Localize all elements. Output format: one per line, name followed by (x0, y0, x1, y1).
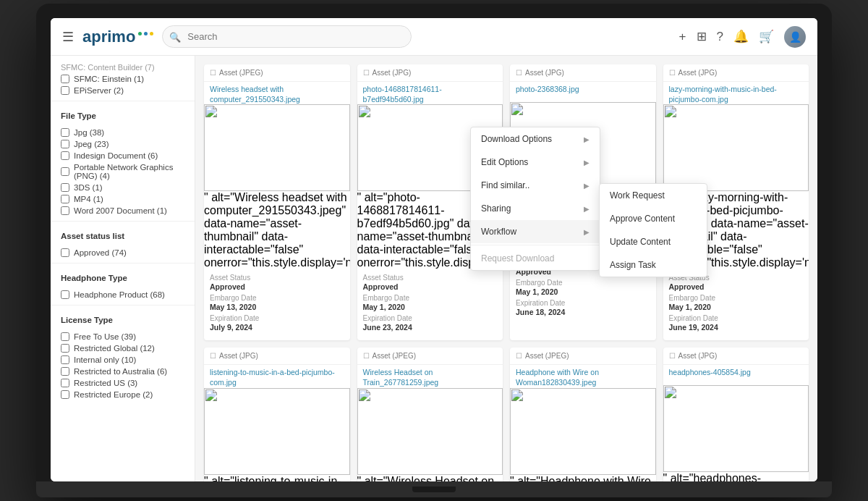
help-icon[interactable]: ? (717, 30, 723, 44)
asset-card-header: ☐ Asset (JPEG) (357, 348, 503, 365)
asset-filename[interactable]: headphones-405854.jpg (663, 365, 809, 385)
filter-item[interactable]: Restricted Europe (2) (51, 389, 195, 400)
asset-status-value: Approved (363, 282, 498, 291)
asset-type-icon: ☐ (669, 352, 676, 360)
filter-label: Jpg (38) (74, 128, 104, 137)
asset-filename[interactable]: photo-2368368.jpg (510, 82, 656, 102)
filter-item[interactable]: Indesign Document (6) (51, 150, 195, 161)
asset-card[interactable]: ☐ Asset (JPEG) Wireless Headset on Train… (357, 348, 503, 481)
asset-status-row: Asset Status Approved (363, 274, 498, 291)
asset-filename[interactable]: listening-to-music-in-a-bed-picjumbo-com… (204, 365, 350, 387)
embargo-row: Embargo Date May 13, 2020 (210, 294, 344, 311)
asset-type-icon: ☐ (516, 69, 522, 77)
filter-checkbox[interactable] (61, 290, 69, 299)
filter-item[interactable]: Free To Use (39) (51, 331, 195, 342)
filter-item[interactable]: Restricted US (3) (51, 377, 195, 389)
filter-item[interactable]: Jpg (38) (51, 127, 195, 138)
asset-meta: Asset Status Approved Embargo Date May 1… (663, 269, 809, 340)
filter-sfmc-einstein[interactable]: SFMC: Einstein (1) (51, 73, 195, 85)
asset-type-label: Asset (JPG) (678, 69, 718, 77)
filter-label: Restricted Global (12) (74, 344, 155, 353)
asset-card[interactable]: ☐ Asset (JPG) listening-to-music-in-a-be… (204, 348, 350, 481)
expiration-value: June 19, 2024 (669, 323, 804, 332)
filter-label: Free To Use (39) (74, 332, 136, 341)
filter-label: SFMC: Einstein (1) (74, 75, 144, 83)
filter-checkbox[interactable] (61, 195, 69, 203)
menu-item-workflow[interactable]: Workflow ▶ (471, 220, 600, 243)
asset-type-icon: ☐ (516, 352, 522, 360)
asset-filename[interactable]: Wireless Headset on Train_267781259.jpeg (357, 365, 503, 387)
sub-menu-item-update-content[interactable]: Update Content (600, 230, 707, 253)
license-type-section: License Type (51, 310, 195, 331)
sub-menu-item-assign-task[interactable]: Assign Task (600, 253, 707, 277)
filter-episerver[interactable]: EPiServer (2) (51, 85, 195, 96)
filter-checkbox[interactable] (61, 183, 69, 192)
filter-item[interactable]: Word 2007 Document (1) (51, 205, 195, 216)
menu-item-edit[interactable]: Edit Options ▶ (471, 151, 600, 174)
filter-checkbox[interactable] (61, 151, 69, 160)
filter-item[interactable]: Headphone Product (68) (51, 289, 195, 300)
hamburger-icon[interactable]: ☰ (62, 29, 74, 45)
add-icon[interactable]: + (679, 30, 686, 44)
headphone-type-title: Headphone Type (61, 274, 184, 282)
embargo-row: Embargo Date May 1, 2020 (669, 294, 804, 311)
filter-checkbox[interactable] (61, 206, 69, 215)
filter-item[interactable]: Internal only (10) (51, 354, 195, 366)
filter-item[interactable]: Restricted Global (12) (51, 342, 195, 354)
compare-icon[interactable]: ⊞ (697, 29, 707, 44)
filter-checkbox[interactable] (61, 367, 69, 376)
notifications-icon[interactable]: 🔔 (733, 29, 749, 44)
filter-checkbox[interactable] (61, 248, 69, 257)
expiration-label: Expiration Date (363, 314, 498, 322)
filter-item[interactable]: 3DS (1) (51, 182, 195, 193)
filter-item[interactable]: Jpeg (23) (51, 138, 195, 150)
filter-checkbox[interactable] (61, 379, 69, 387)
file-type-filters: Jpg (38)Jpeg (23)Indesign Document (6)Po… (51, 127, 195, 216)
filter-checkbox[interactable] (61, 167, 69, 176)
search-input[interactable] (162, 25, 412, 48)
filter-checkbox[interactable] (61, 355, 69, 364)
asset-card-header: ☐ Asset (JPG) (663, 64, 809, 82)
asset-filename[interactable]: Wireless headset with computer_291550343… (204, 82, 350, 104)
filter-item[interactable]: Portable Network Graphics (PNG) (4) (51, 161, 195, 182)
filter-item[interactable]: Approved (74) (51, 247, 195, 258)
filter-item[interactable]: MP4 (1) (51, 193, 195, 205)
menu-item-request-download: Request Download (471, 247, 600, 270)
asset-meta: Asset Status Approved Embargo Date May 1… (357, 269, 503, 340)
filter-label: MP4 (1) (74, 195, 103, 203)
headphone-type-section: Headphone Type (51, 268, 195, 289)
avatar[interactable]: 👤 (784, 26, 806, 48)
basket-icon[interactable]: 🛒 (759, 29, 774, 44)
file-type-title: File Type (61, 111, 184, 120)
embargo-row: Embargo Date May 1, 2020 (363, 294, 498, 311)
menu-item-find-similar[interactable]: Find similar.. ▶ (471, 174, 600, 197)
filter-checkbox[interactable] (61, 390, 69, 399)
sub-menu-item-work-request[interactable]: Work Request (600, 184, 707, 207)
asset-card[interactable]: ☐ Asset (JPEG) Wireless headset with com… (204, 64, 350, 340)
asset-filename[interactable]: Headphone with Wire on Woman182830439.jp… (510, 365, 656, 387)
menu-item-sharing[interactable]: Sharing ▶ (471, 197, 600, 220)
filter-label: Approved (74) (74, 248, 127, 257)
filter-checkbox[interactable] (61, 332, 69, 341)
asset-type-label: Asset (JPG) (219, 352, 258, 360)
asset-status-label: Asset Status (210, 274, 344, 282)
filter-item[interactable]: Restricted to Australia (6) (51, 366, 195, 377)
context-menu: Download Options ▶ Edit Options ▶ Find s… (470, 127, 600, 271)
checkbox-sfmc-einstein[interactable] (61, 75, 69, 83)
asset-card[interactable]: ☐ Asset (JPG) headphones-405854.jpg " al… (663, 348, 809, 481)
filter-checkbox[interactable] (61, 344, 69, 353)
filter-checkbox[interactable] (61, 128, 69, 137)
checkbox-episerver[interactable] (61, 86, 69, 95)
chevron-right-icon: ▶ (584, 228, 590, 236)
filter-label: Jpeg (23) (74, 140, 109, 148)
menu-item-download[interactable]: Download Options ▶ (471, 127, 600, 151)
filter-label: Internal only (10) (74, 355, 136, 364)
expiration-label: Expiration Date (669, 314, 804, 322)
asset-filename[interactable]: photo-1468817814611-b7edf94b5d60.jpg (357, 82, 503, 104)
asset-status-label: Asset Status (363, 274, 498, 282)
asset-type-icon: ☐ (669, 69, 676, 77)
asset-filename[interactable]: lazy-morning-with-music-in-bed-picjumbo-… (663, 82, 809, 104)
sub-menu-item-approve-content[interactable]: Approve Content (600, 207, 707, 230)
filter-checkbox[interactable] (61, 140, 69, 148)
asset-card[interactable]: ☐ Asset (JPEG) Headphone with Wire on Wo… (510, 348, 656, 481)
